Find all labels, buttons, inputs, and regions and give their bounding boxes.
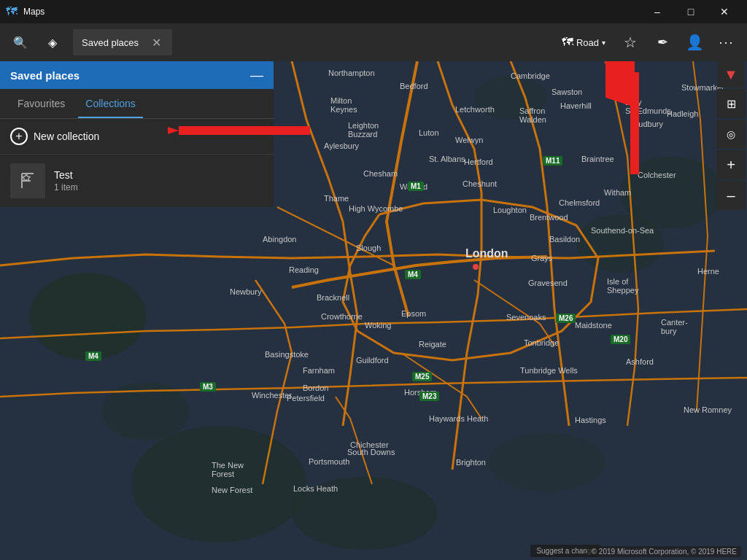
road-icon: 🗺 — [562, 36, 573, 49]
tab-favourites[interactable]: Favourites — [10, 89, 72, 118]
road-label: Road — [576, 37, 599, 48]
collection-icon — [10, 163, 45, 198]
minimize-button[interactable]: – — [640, 0, 674, 23]
collection-count: 1 item — [54, 182, 263, 192]
london-location-dot — [473, 264, 479, 270]
svg-point-6 — [292, 477, 438, 550]
svg-point-4 — [474, 76, 547, 120]
zoom-out-button[interactable]: – — [716, 181, 746, 210]
app-title: Maps — [23, 7, 44, 17]
account-button[interactable]: 👤 — [680, 28, 709, 57]
collection-info: Test 1 item — [54, 169, 263, 192]
titlebar: 🗺 Maps – □ ✕ — [0, 0, 747, 23]
plus-circle-icon: + — [10, 128, 28, 145]
directions-button[interactable]: ◈ — [38, 28, 67, 57]
maximize-button[interactable]: □ — [674, 0, 708, 23]
pen-button[interactable]: ✒ — [648, 28, 677, 57]
titlebar-controls: – □ ✕ — [640, 0, 741, 23]
more-button[interactable]: ··· — [712, 28, 741, 57]
search-button[interactable]: 🔍 — [6, 28, 35, 57]
copyright-text: © 2019 Microsoft Corporation, © 2019 HER… — [587, 546, 741, 557]
side-panel: Saved places — Favourites Collections + … — [0, 61, 274, 207]
saved-places-label: Saved places — [82, 37, 139, 48]
zoom-in-button[interactable]: + — [716, 150, 746, 179]
app-icon: 🗺 — [6, 5, 18, 18]
svg-marker-13 — [23, 174, 30, 181]
saved-places-trigger[interactable]: Saved places ✕ — [73, 29, 172, 55]
right-controls: ▼ ⊞ ◎ + – — [715, 61, 747, 211]
panel-title: Saved places — [10, 69, 80, 82]
panel-header: Saved places — — [0, 61, 274, 89]
new-collection-button[interactable]: + New collection — [0, 119, 274, 155]
svg-point-7 — [489, 433, 605, 491]
toolbar: 🔍 ◈ Saved places ✕ 🗺 Road ▾ ☆ ✒ 👤 ··· — [0, 23, 747, 61]
collection-name: Test — [54, 169, 263, 181]
location-button[interactable]: ◎ — [716, 120, 746, 149]
close-button[interactable]: ✕ — [708, 0, 741, 23]
toolbar-right: 🗺 Road ▾ ☆ ✒ 👤 ··· — [554, 28, 741, 57]
panel-minimize-button[interactable]: — — [250, 69, 263, 82]
saved-places-close[interactable]: ✕ — [149, 35, 163, 50]
favorites-button[interactable]: ☆ — [616, 28, 645, 57]
star-list-icon — [18, 171, 38, 191]
road-chevron: ▾ — [602, 39, 605, 47]
svg-point-2 — [131, 426, 306, 542]
panel-tabs: Favourites Collections — [0, 89, 274, 119]
titlebar-left: 🗺 Maps — [6, 5, 44, 18]
grid-button[interactable]: ⊞ — [716, 89, 746, 118]
new-collection-label: New collection — [34, 131, 99, 142]
tab-collections[interactable]: Collections — [78, 89, 142, 118]
collection-test-item[interactable]: Test 1 item — [0, 155, 274, 207]
road-mode-button[interactable]: 🗺 Road ▾ — [554, 29, 613, 55]
compass-button[interactable]: ▼ — [718, 61, 744, 88]
svg-point-1 — [29, 273, 146, 360]
